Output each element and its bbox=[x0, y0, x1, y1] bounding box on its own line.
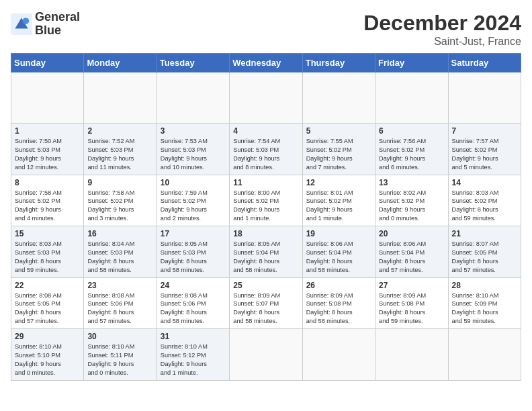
calendar-day-cell: 30Sunrise: 8:10 AM Sunset: 5:11 PM Dayli… bbox=[84, 329, 157, 381]
day-info: Sunrise: 8:06 AM Sunset: 5:04 PM Dayligh… bbox=[379, 240, 444, 275]
calendar-day-cell: 11Sunrise: 8:00 AM Sunset: 5:02 PM Dayli… bbox=[230, 175, 302, 226]
day-number: 9 bbox=[87, 178, 152, 187]
day-info: Sunrise: 8:01 AM Sunset: 5:02 PM Dayligh… bbox=[306, 189, 371, 224]
day-number: 15 bbox=[15, 229, 80, 238]
day-of-week-header: Friday bbox=[375, 54, 448, 73]
calendar-day-cell bbox=[448, 73, 521, 124]
calendar-day-cell: 14Sunrise: 8:03 AM Sunset: 5:02 PM Dayli… bbox=[448, 175, 521, 226]
calendar-day-cell: 27Sunrise: 8:09 AM Sunset: 5:08 PM Dayli… bbox=[375, 277, 448, 329]
calendar-day-cell bbox=[11, 73, 84, 124]
day-number: 12 bbox=[306, 178, 371, 187]
day-number: 6 bbox=[379, 126, 444, 136]
day-info: Sunrise: 8:05 AM Sunset: 5:04 PM Dayligh… bbox=[233, 240, 298, 275]
day-info: Sunrise: 7:50 AM Sunset: 5:03 PM Dayligh… bbox=[15, 137, 80, 172]
calendar-week-row: 15Sunrise: 8:03 AM Sunset: 5:03 PM Dayli… bbox=[11, 226, 521, 278]
calendar-day-cell: 21Sunrise: 8:07 AM Sunset: 5:05 PM Dayli… bbox=[448, 226, 521, 278]
calendar-day-cell: 9Sunrise: 7:58 AM Sunset: 5:02 PM Daylig… bbox=[84, 175, 157, 226]
calendar-day-cell: 31Sunrise: 8:10 AM Sunset: 5:12 PM Dayli… bbox=[157, 329, 229, 381]
day-info: Sunrise: 8:08 AM Sunset: 5:06 PM Dayligh… bbox=[87, 291, 152, 326]
calendar-day-cell: 15Sunrise: 8:03 AM Sunset: 5:03 PM Dayli… bbox=[11, 226, 84, 278]
calendar-day-cell bbox=[375, 73, 448, 124]
calendar-day-cell: 16Sunrise: 8:04 AM Sunset: 5:03 PM Dayli… bbox=[84, 226, 157, 278]
day-info: Sunrise: 8:06 AM Sunset: 5:04 PM Dayligh… bbox=[306, 240, 371, 275]
day-number: 31 bbox=[161, 332, 226, 341]
calendar-day-cell: 13Sunrise: 8:02 AM Sunset: 5:02 PM Dayli… bbox=[375, 175, 448, 226]
calendar-day-cell: 6Sunrise: 7:56 AM Sunset: 5:02 PM Daylig… bbox=[375, 124, 448, 175]
calendar-day-cell: 29Sunrise: 8:10 AM Sunset: 5:10 PM Dayli… bbox=[11, 329, 84, 381]
day-info: Sunrise: 7:57 AM Sunset: 5:02 PM Dayligh… bbox=[452, 137, 517, 172]
day-number: 8 bbox=[15, 178, 80, 187]
calendar-day-cell: 5Sunrise: 7:55 AM Sunset: 5:02 PM Daylig… bbox=[302, 124, 375, 175]
logo-line2: Blue bbox=[35, 24, 80, 38]
calendar-table: SundayMondayTuesdayWednesdayThursdayFrid… bbox=[11, 53, 521, 381]
day-number: 23 bbox=[87, 281, 152, 290]
day-info: Sunrise: 8:09 AM Sunset: 5:08 PM Dayligh… bbox=[379, 291, 444, 326]
day-info: Sunrise: 8:10 AM Sunset: 5:09 PM Dayligh… bbox=[452, 291, 517, 326]
calendar-day-cell: 28Sunrise: 8:10 AM Sunset: 5:09 PM Dayli… bbox=[448, 277, 521, 329]
calendar-day-cell: 8Sunrise: 7:58 AM Sunset: 5:02 PM Daylig… bbox=[11, 175, 84, 226]
calendar-day-cell bbox=[302, 329, 375, 381]
day-number: 28 bbox=[452, 281, 517, 290]
calendar-day-cell bbox=[230, 73, 302, 124]
day-info: Sunrise: 8:08 AM Sunset: 5:05 PM Dayligh… bbox=[15, 291, 80, 326]
day-number: 1 bbox=[15, 126, 80, 136]
day-info: Sunrise: 8:07 AM Sunset: 5:05 PM Dayligh… bbox=[452, 240, 517, 275]
logo-line1: General bbox=[35, 11, 80, 24]
day-info: Sunrise: 7:54 AM Sunset: 5:03 PM Dayligh… bbox=[233, 137, 298, 172]
day-info: Sunrise: 8:09 AM Sunset: 5:07 PM Dayligh… bbox=[233, 291, 298, 326]
calendar-week-row: 1Sunrise: 7:50 AM Sunset: 5:03 PM Daylig… bbox=[11, 124, 521, 175]
day-number: 21 bbox=[452, 229, 517, 238]
day-info: Sunrise: 7:58 AM Sunset: 5:02 PM Dayligh… bbox=[87, 189, 152, 224]
day-info: Sunrise: 8:08 AM Sunset: 5:06 PM Dayligh… bbox=[161, 291, 226, 326]
calendar-day-cell bbox=[230, 329, 302, 381]
calendar-subtitle: Saint-Just, France bbox=[363, 36, 521, 48]
calendar-day-cell: 24Sunrise: 8:08 AM Sunset: 5:06 PM Dayli… bbox=[157, 277, 229, 329]
day-info: Sunrise: 8:10 AM Sunset: 5:12 PM Dayligh… bbox=[161, 342, 226, 377]
calendar-day-cell: 4Sunrise: 7:54 AM Sunset: 5:03 PM Daylig… bbox=[230, 124, 302, 175]
day-info: Sunrise: 8:10 AM Sunset: 5:11 PM Dayligh… bbox=[87, 342, 152, 377]
day-of-week-header: Sunday bbox=[11, 54, 84, 73]
calendar-day-cell: 23Sunrise: 8:08 AM Sunset: 5:06 PM Dayli… bbox=[84, 277, 157, 329]
calendar-day-cell: 3Sunrise: 7:53 AM Sunset: 5:03 PM Daylig… bbox=[157, 124, 229, 175]
calendar-day-cell: 20Sunrise: 8:06 AM Sunset: 5:04 PM Dayli… bbox=[375, 226, 448, 278]
calendar-week-row: 29Sunrise: 8:10 AM Sunset: 5:10 PM Dayli… bbox=[11, 329, 521, 381]
calendar-day-cell bbox=[302, 73, 375, 124]
calendar-day-cell bbox=[157, 73, 229, 124]
calendar-day-cell: 26Sunrise: 8:09 AM Sunset: 5:08 PM Dayli… bbox=[302, 277, 375, 329]
day-info: Sunrise: 7:52 AM Sunset: 5:03 PM Dayligh… bbox=[87, 137, 152, 172]
day-number: 22 bbox=[15, 281, 80, 290]
calendar-day-cell: 12Sunrise: 8:01 AM Sunset: 5:02 PM Dayli… bbox=[302, 175, 375, 226]
day-number: 10 bbox=[161, 178, 226, 187]
svg-point-1 bbox=[23, 17, 30, 24]
day-of-week-header: Monday bbox=[84, 54, 157, 73]
day-number: 25 bbox=[233, 281, 298, 290]
calendar-day-cell: 10Sunrise: 7:59 AM Sunset: 5:02 PM Dayli… bbox=[157, 175, 229, 226]
day-info: Sunrise: 8:10 AM Sunset: 5:10 PM Dayligh… bbox=[15, 342, 80, 377]
calendar-day-cell bbox=[448, 329, 521, 381]
calendar-title: December 2024 bbox=[363, 11, 521, 36]
calendar-day-cell: 2Sunrise: 7:52 AM Sunset: 5:03 PM Daylig… bbox=[84, 124, 157, 175]
day-number: 18 bbox=[233, 229, 298, 238]
calendar-week-row: 22Sunrise: 8:08 AM Sunset: 5:05 PM Dayli… bbox=[11, 277, 521, 329]
calendar-week-row bbox=[11, 73, 521, 124]
calendar-day-cell: 1Sunrise: 7:50 AM Sunset: 5:03 PM Daylig… bbox=[11, 124, 84, 175]
title-block: December 2024 Saint-Just, France bbox=[363, 11, 521, 48]
day-info: Sunrise: 7:53 AM Sunset: 5:03 PM Dayligh… bbox=[161, 137, 226, 172]
day-info: Sunrise: 8:02 AM Sunset: 5:02 PM Dayligh… bbox=[379, 189, 444, 224]
day-number: 17 bbox=[161, 229, 226, 238]
calendar-day-cell: 17Sunrise: 8:05 AM Sunset: 5:03 PM Dayli… bbox=[157, 226, 229, 278]
calendar-day-cell: 18Sunrise: 8:05 AM Sunset: 5:04 PM Dayli… bbox=[230, 226, 302, 278]
day-number: 20 bbox=[379, 229, 444, 238]
day-number: 30 bbox=[87, 332, 152, 341]
day-info: Sunrise: 8:03 AM Sunset: 5:03 PM Dayligh… bbox=[15, 240, 80, 275]
logo-text: General Blue bbox=[35, 11, 80, 38]
calendar-day-cell bbox=[375, 329, 448, 381]
day-number: 3 bbox=[161, 126, 226, 136]
day-of-week-header: Thursday bbox=[302, 54, 375, 73]
day-info: Sunrise: 7:55 AM Sunset: 5:02 PM Dayligh… bbox=[306, 137, 371, 172]
logo: General Blue bbox=[11, 11, 80, 38]
calendar-day-cell: 22Sunrise: 8:08 AM Sunset: 5:05 PM Dayli… bbox=[11, 277, 84, 329]
day-number: 13 bbox=[379, 178, 444, 187]
calendar-day-cell bbox=[84, 73, 157, 124]
day-number: 29 bbox=[15, 332, 80, 341]
